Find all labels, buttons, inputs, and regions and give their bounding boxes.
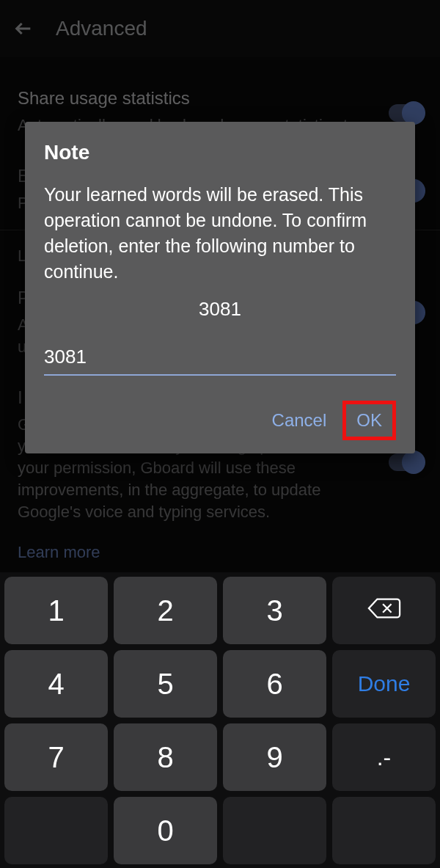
- backspace-icon: [367, 594, 401, 627]
- key-blank-mid[interactable]: [223, 797, 326, 864]
- ok-button-highlight: OK: [342, 401, 396, 440]
- dialog-input-wrap: [44, 343, 396, 376]
- dialog-title: Note: [44, 141, 396, 164]
- keyboard-row: 1 2 3: [4, 577, 436, 644]
- dialog-code: 3081: [44, 298, 396, 321]
- key-1[interactable]: 1: [4, 577, 108, 644]
- cancel-button[interactable]: Cancel: [260, 403, 339, 438]
- key-0[interactable]: 0: [114, 797, 217, 864]
- key-dot-dash[interactable]: .-: [332, 723, 436, 791]
- key-blank-right[interactable]: [332, 797, 436, 864]
- keyboard-row: 0: [4, 797, 436, 864]
- confirm-dialog: Note Your learned words will be erased. …: [25, 122, 415, 453]
- key-3[interactable]: 3: [223, 577, 326, 644]
- key-done[interactable]: Done: [332, 650, 436, 718]
- numeric-keyboard: 1 2 3 4 5 6 Done 7 8 9 .- 0: [0, 572, 440, 868]
- settings-screen: Advanced Share usage statistics Automati…: [0, 0, 440, 868]
- key-backspace[interactable]: [332, 577, 436, 644]
- key-6[interactable]: 6: [223, 650, 326, 718]
- key-4[interactable]: 4: [4, 650, 108, 718]
- key-8[interactable]: 8: [114, 723, 217, 791]
- key-5[interactable]: 5: [114, 650, 217, 718]
- dialog-body: Your learned words will be erased. This …: [44, 182, 396, 285]
- key-7[interactable]: 7: [4, 723, 108, 791]
- dialog-actions: Cancel OK: [44, 401, 396, 440]
- keyboard-row: 4 5 6 Done: [4, 650, 436, 718]
- confirm-code-input[interactable]: [44, 343, 396, 376]
- keyboard-row: 7 8 9 .-: [4, 723, 436, 791]
- ok-button[interactable]: OK: [349, 406, 389, 435]
- key-9[interactable]: 9: [223, 723, 326, 791]
- key-2[interactable]: 2: [114, 577, 217, 644]
- key-blank-left[interactable]: [4, 797, 108, 864]
